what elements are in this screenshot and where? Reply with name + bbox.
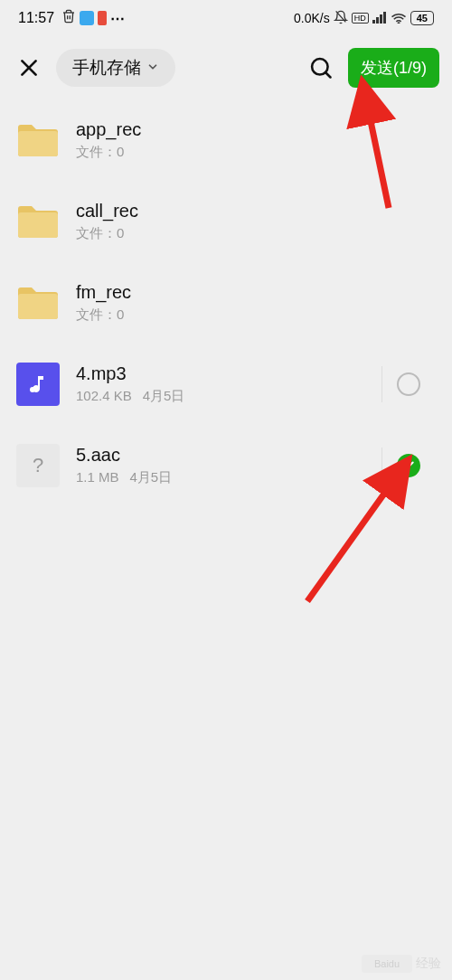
file-name: call_rec bbox=[76, 201, 436, 221]
list-item[interactable]: app_rec 文件：0 bbox=[0, 99, 452, 181]
status-bar: 11:57 ⋯ 0.0K/s HD 45 bbox=[0, 0, 452, 36]
svg-rect-11 bbox=[18, 212, 58, 238]
close-button[interactable] bbox=[13, 52, 45, 84]
radio-checked-icon bbox=[397, 454, 420, 477]
list-item[interactable]: ? 5.aac 1.1 MB 4月5日 bbox=[0, 425, 452, 506]
send-button[interactable]: 发送(1/9) bbox=[348, 48, 439, 88]
file-date: 4月5日 bbox=[143, 388, 185, 405]
app-icon-blue bbox=[80, 11, 94, 25]
select-toggle[interactable] bbox=[381, 372, 436, 396]
battery-icon: 45 bbox=[410, 11, 434, 25]
folder-icon bbox=[16, 118, 60, 162]
file-info: call_rec 文件：0 bbox=[76, 201, 436, 242]
app-icon-red bbox=[98, 11, 107, 25]
hd-icon: HD bbox=[352, 13, 369, 24]
svg-line-9 bbox=[325, 72, 330, 77]
music-icon bbox=[16, 363, 60, 406]
svg-point-13 bbox=[30, 387, 35, 392]
trash-icon bbox=[61, 9, 76, 27]
file-date: 4月5日 bbox=[130, 469, 173, 486]
file-meta: 文件：0 bbox=[76, 225, 124, 242]
net-speed: 0.0K/s bbox=[294, 11, 330, 25]
svg-rect-4 bbox=[383, 12, 386, 24]
file-size: 1.1 MB bbox=[76, 469, 119, 486]
status-left: 11:57 ⋯ bbox=[18, 9, 126, 27]
file-info: 5.aac 1.1 MB 4月5日 bbox=[76, 445, 365, 486]
select-toggle[interactable] bbox=[381, 454, 436, 477]
send-label: 发送(1/9) bbox=[361, 59, 427, 77]
clock: 11:57 bbox=[18, 10, 54, 26]
list-item[interactable]: 4.mp3 102.4 KB 4月5日 bbox=[0, 344, 452, 425]
svg-rect-12 bbox=[18, 294, 58, 319]
folder-icon bbox=[16, 281, 60, 325]
file-name: 5.aac bbox=[76, 445, 365, 466]
file-name: app_rec bbox=[76, 119, 436, 140]
svg-rect-1 bbox=[372, 20, 375, 24]
chevron-down-icon bbox=[146, 58, 159, 78]
search-button[interactable] bbox=[305, 52, 337, 84]
svg-point-5 bbox=[398, 23, 400, 24]
list-item[interactable]: call_rec 文件：0 bbox=[0, 181, 452, 262]
signal-icon bbox=[372, 11, 387, 26]
unknown-file-icon: ? bbox=[16, 444, 60, 487]
watermark-text: 经验 bbox=[416, 956, 441, 972]
toolbar: 手机存储 发送(1/9) bbox=[0, 36, 452, 99]
file-info: fm_rec 文件：0 bbox=[76, 282, 436, 324]
file-name: 4.mp3 bbox=[76, 363, 365, 384]
watermark-logo: Baidu bbox=[362, 955, 412, 973]
svg-rect-10 bbox=[18, 131, 58, 156]
file-info: 4.mp3 102.4 KB 4月5日 bbox=[76, 363, 365, 405]
storage-selector[interactable]: 手机存储 bbox=[56, 49, 175, 87]
file-list: app_rec 文件：0 call_rec 文件：0 fm_rec 文件：0 4… bbox=[0, 99, 452, 506]
more-icon: ⋯ bbox=[110, 10, 126, 27]
list-item[interactable]: fm_rec 文件：0 bbox=[0, 262, 452, 344]
file-meta: 文件：0 bbox=[76, 144, 124, 161]
wifi-icon bbox=[391, 11, 407, 26]
status-right: 0.0K/s HD 45 bbox=[294, 10, 434, 27]
file-info: app_rec 文件：0 bbox=[76, 119, 436, 161]
svg-rect-2 bbox=[376, 17, 379, 24]
mute-icon bbox=[334, 10, 348, 27]
folder-icon bbox=[16, 200, 60, 243]
status-app-icons: ⋯ bbox=[61, 9, 126, 27]
watermark: Baidu 经验 bbox=[362, 955, 441, 973]
radio-unchecked-icon bbox=[397, 372, 420, 396]
file-meta: 文件：0 bbox=[76, 306, 124, 324]
file-name: fm_rec bbox=[76, 282, 436, 303]
storage-label: 手机存储 bbox=[72, 56, 141, 80]
svg-rect-3 bbox=[380, 14, 382, 24]
file-size: 102.4 KB bbox=[76, 388, 132, 405]
